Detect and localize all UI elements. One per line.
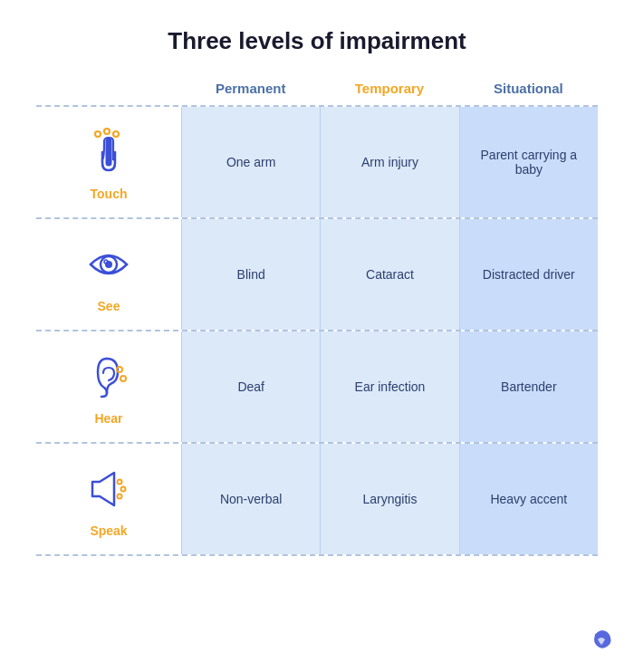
see-temporary: Cataract (320, 219, 458, 330)
speak-temporary: Laryngitis (320, 444, 458, 554)
see-situational: Distracted driver (459, 219, 598, 330)
table-row-speak: Speak Non-verbal Laryngitis Heavy accent (36, 442, 598, 556)
row-label-speak: Speak (36, 444, 181, 554)
svg-point-8 (118, 480, 122, 485)
speak-situational: Heavy accent (459, 444, 598, 554)
svg-point-2 (113, 131, 119, 137)
hear-permanent: Deaf (181, 331, 320, 442)
see-permanent: Blind (181, 219, 320, 330)
touch-situational: Parent carrying a baby (459, 107, 598, 217)
touch-permanent: One arm (181, 107, 320, 217)
svg-point-1 (104, 129, 110, 134)
see-label: See (98, 299, 120, 313)
svg-point-10 (118, 494, 122, 499)
speaker-icon (80, 460, 138, 518)
watermark (589, 627, 614, 656)
hear-label: Hear (94, 411, 122, 426)
svg-point-5 (104, 260, 108, 264)
svg-point-4 (105, 261, 112, 268)
svg-point-6 (117, 367, 122, 372)
ear-icon (80, 348, 138, 406)
speak-permanent: Non-verbal (181, 444, 320, 554)
page-title: Three levels of impairment (168, 27, 466, 55)
table-row-hear: Hear Deaf Ear infection Bartender (36, 330, 598, 442)
svg-point-0 (95, 131, 101, 137)
header-situational: Situational (459, 81, 598, 105)
svg-point-9 (121, 487, 126, 492)
speak-label: Speak (90, 523, 127, 538)
table-header: Permanent Temporary Situational (36, 81, 598, 105)
header-empty (36, 81, 181, 105)
impairment-table: Permanent Temporary Situational Touch (36, 81, 598, 556)
table-row-touch: Touch One arm Arm injury Parent carrying… (36, 105, 598, 217)
svg-point-7 (120, 376, 126, 381)
header-temporary: Temporary (320, 81, 458, 105)
hear-temporary: Ear infection (320, 331, 458, 442)
touch-temporary: Arm injury (320, 107, 458, 217)
hear-situational: Bartender (459, 331, 598, 442)
header-permanent: Permanent (181, 81, 320, 105)
table-row-see: See Blind Cataract Distracted driver (36, 217, 598, 330)
eye-icon (80, 235, 138, 293)
row-label-see: See (36, 219, 181, 330)
row-label-touch: Touch (36, 107, 181, 217)
row-label-hear: Hear (36, 331, 181, 442)
hand-icon (80, 123, 138, 181)
touch-label: Touch (91, 187, 128, 201)
